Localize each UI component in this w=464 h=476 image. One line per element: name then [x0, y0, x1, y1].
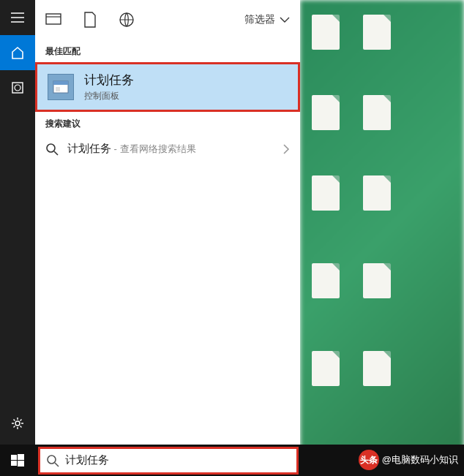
svg-point-2 [15, 421, 20, 426]
desktop-file-icon[interactable] [359, 15, 395, 53]
suggestion-text: 计划任务 - 查看网络搜索结果 [67, 142, 196, 156]
desktop-file-icon[interactable] [307, 263, 344, 301]
suggestion-term: 计划任务 [67, 142, 111, 154]
watermark: 头条 @电脑数码小知识 [359, 450, 458, 470]
svg-rect-10 [11, 455, 17, 460]
best-match-title: 计划任务 [84, 72, 134, 88]
watermark-handle: @电脑数码小知识 [382, 453, 458, 466]
watermark-badge: 头条 [359, 450, 379, 470]
svg-point-14 [48, 456, 56, 464]
web-tab-icon[interactable] [119, 12, 135, 28]
best-match-subtitle: 控制面板 [84, 90, 134, 102]
desktop-file-icon[interactable] [359, 263, 395, 301]
settings-button[interactable] [0, 406, 35, 441]
desktop-background [300, 0, 464, 476]
desktop-file-icon[interactable] [307, 95, 344, 133]
desktop-file-icon[interactable] [307, 15, 344, 53]
apps-tab-icon[interactable] [45, 12, 61, 28]
desktop-file-icon[interactable] [307, 351, 344, 389]
svg-rect-7 [53, 81, 68, 85]
suggestion-hint: - 查看网络搜索结果 [111, 143, 196, 154]
chevron-right-icon [282, 144, 290, 154]
task-scheduler-icon [48, 74, 74, 100]
start-button[interactable] [0, 445, 35, 476]
documents-tab-icon[interactable] [82, 12, 98, 28]
best-match-text: 计划任务 控制面板 [84, 72, 134, 102]
suggestions-header: 搜索建议 [35, 112, 300, 135]
desktop-file-icon[interactable] [359, 95, 395, 133]
desktop-file-icon[interactable] [359, 351, 395, 389]
search-scope-tabs: 筛选器 [35, 0, 300, 39]
svg-rect-13 [18, 461, 24, 466]
filter-label: 筛选器 [244, 13, 275, 26]
desktop-file-icon[interactable] [307, 175, 344, 214]
best-match-header: 最佳匹配 [35, 39, 300, 62]
search-input[interactable] [65, 454, 291, 466]
svg-rect-11 [18, 454, 24, 460]
best-match-result[interactable]: 计划任务 控制面板 [35, 62, 300, 112]
cortana-search-panel: 筛选器 最佳匹配 计划任务 控制面板 搜索建议 计划任务 - 查看网络搜索结果 [35, 0, 300, 445]
chevron-down-icon [280, 17, 290, 23]
svg-rect-4 [46, 14, 61, 24]
svg-point-9 [47, 144, 55, 152]
start-left-rail [0, 0, 35, 476]
taskbar-search-box[interactable] [38, 447, 299, 475]
svg-rect-12 [11, 461, 17, 466]
menu-button[interactable] [0, 0, 35, 35]
desktop-file-icon[interactable] [359, 175, 395, 214]
svg-rect-8 [56, 87, 60, 91]
svg-point-1 [15, 85, 20, 91]
search-icon [46, 454, 59, 467]
home-button[interactable] [0, 35, 35, 70]
filter-button[interactable]: 筛选器 [244, 13, 290, 26]
search-icon [45, 143, 59, 156]
web-suggestion-row[interactable]: 计划任务 - 查看网络搜索结果 [35, 135, 300, 163]
recent-button[interactable] [0, 70, 35, 105]
windows-icon [11, 454, 24, 467]
svg-rect-0 [12, 83, 23, 93]
